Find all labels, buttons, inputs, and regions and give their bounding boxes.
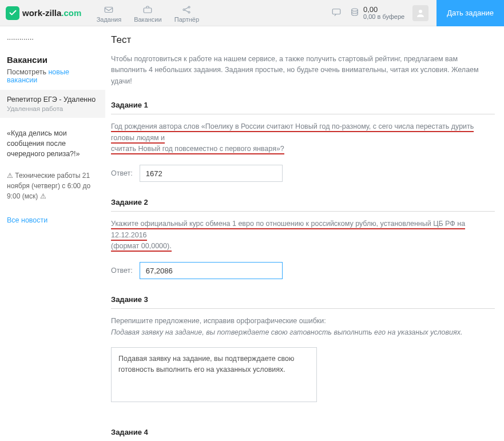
sidebar-featured-vacancy[interactable]: Репетитор ЕГЭ - Удаленно Удаленная работ… — [0, 90, 105, 118]
chat-icon[interactable] — [331, 7, 342, 19]
svg-point-6 — [352, 9, 358, 11]
nav-partner[interactable]: Партнёр — [167, 3, 206, 23]
answer-label: Ответ: — [111, 267, 133, 275]
coins-icon — [350, 7, 360, 19]
sidebar-item-truncated[interactable]: ············· — [7, 34, 98, 42]
balance-sub: 0,00 в буфере — [363, 13, 404, 21]
task1-title: Задание 1 — [111, 101, 495, 109]
give-task-button[interactable]: Дать задание — [436, 0, 504, 26]
answer-label: Ответ: — [111, 169, 133, 177]
svg-rect-5 — [332, 9, 340, 14]
divider — [111, 114, 495, 114]
svg-point-2 — [183, 9, 185, 10]
svg-point-3 — [188, 6, 190, 8]
featured-sub: Удаленная работа — [7, 105, 98, 112]
featured-title: Репетитор ЕГЭ - Удаленно — [7, 96, 98, 104]
balance-amount: 0,00 — [363, 6, 404, 13]
avatar[interactable] — [412, 5, 428, 21]
briefcase-icon — [128, 3, 167, 16]
all-news-link[interactable]: Все новости — [7, 216, 47, 224]
content: Тест Чтобы подготовиться к работе на наш… — [105, 26, 504, 441]
nav-vacancies[interactable]: Вакансии — [128, 3, 167, 23]
divider — [111, 211, 495, 212]
sidebar-vacancies-title: Вакансии — [7, 55, 98, 65]
task3-sample: Подавая заявку на задание, вы потверждае… — [111, 327, 495, 338]
sidebar: ············· Вакансии Посмотреть новые … — [0, 26, 105, 441]
intro-text: Чтобы подготовиться к работе на нашем се… — [111, 54, 495, 87]
nav-label: Задания — [89, 16, 128, 23]
nav-label: Партнёр — [167, 16, 206, 23]
sidebar-view-vacancies: Посмотреть новые вакансии — [7, 68, 98, 84]
sidebar-maintenance-notice: ⚠ Технические работы 21 ноября (четверг)… — [7, 170, 98, 201]
task2-text: Укажите официальный курс обмена 1 евро п… — [111, 218, 495, 252]
envelope-icon — [89, 3, 128, 16]
logo[interactable]: work-zilla.com — [0, 6, 89, 20]
top-header: work-zilla.com Задания Вакансии Партнёр — [0, 0, 504, 26]
svg-point-4 — [188, 11, 190, 13]
task1-answer-input[interactable] — [140, 165, 283, 182]
task2-answer-input[interactable] — [140, 262, 283, 279]
share-icon — [167, 3, 206, 16]
task2-title: Задание 2 — [111, 198, 495, 206]
svg-rect-0 — [105, 7, 113, 12]
task4-title: Задание 4 — [111, 428, 495, 436]
task3-answer-textarea[interactable] — [111, 347, 317, 402]
sidebar-quote[interactable]: «Куда делись мои сообщения после очередн… — [7, 128, 98, 159]
balance-block[interactable]: 0,00 0,00 в буфере — [350, 6, 404, 21]
page-title: Тест — [111, 34, 495, 46]
nav-tasks[interactable]: Задания — [89, 3, 128, 23]
logo-text: work-zilla.com — [22, 8, 81, 18]
divider — [111, 308, 495, 309]
svg-point-7 — [419, 10, 422, 13]
nav-label: Вакансии — [128, 16, 167, 23]
check-icon — [6, 6, 19, 20]
svg-rect-1 — [144, 8, 152, 13]
task3-prompt: Перепишите предложение, исправив орфогра… — [111, 316, 495, 327]
task3-title: Задание 3 — [111, 295, 495, 304]
main-nav: Задания Вакансии Партнёр — [89, 3, 206, 23]
task1-text: Год рождения автора слов «Поелику в Росс… — [111, 121, 495, 154]
header-right: 0,00 0,00 в буфере Дать задание — [331, 0, 504, 26]
